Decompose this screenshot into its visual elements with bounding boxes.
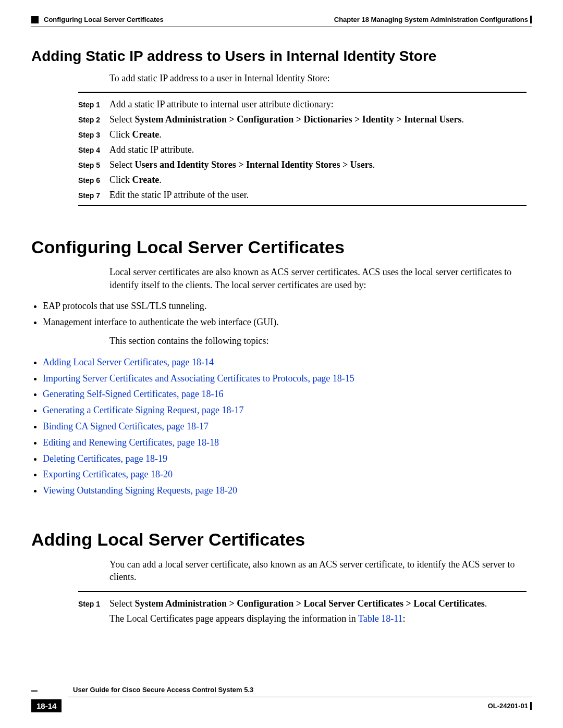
- topic-link[interactable]: Binding CA Signed Certificates, page 18-…: [43, 421, 209, 431]
- list-item: Adding Local Server Certificates, page 1…: [43, 355, 532, 370]
- list-item: Viewing Outstanding Signing Requests, pa…: [43, 483, 532, 498]
- list-item: Importing Server Certificates and Associ…: [43, 371, 532, 386]
- list-item: EAP protocols that use SSL/TLS tunneling…: [43, 299, 532, 314]
- page-header: Configuring Local Server Certificates Ch…: [31, 16, 532, 23]
- step-label: Step 7: [78, 191, 109, 200]
- step-text: Select System Administration > Configura…: [109, 114, 527, 125]
- page-number-badge: 18-14: [31, 699, 62, 712]
- heading-add-static-ip: Adding Static IP address to Users in Int…: [31, 48, 532, 65]
- heading-add-local-cert: Adding Local Server Certificates: [31, 529, 532, 550]
- para-config-intro: Local server certificates are also known…: [109, 266, 532, 291]
- step-row: Step 5 Select Users and Identity Stores …: [78, 159, 527, 170]
- step-text: Select System Administration > Configura…: [109, 598, 527, 609]
- step-label: Step 1: [78, 600, 109, 608]
- topic-link[interactable]: Editing and Renewing Certificates, page …: [43, 437, 219, 448]
- uses-list: EAP protocols that use SSL/TLS tunneling…: [31, 299, 532, 330]
- step-row: Step 4 Add static IP attribute.: [78, 144, 527, 155]
- header-square-icon: [31, 16, 39, 23]
- page-footer: User Guide for Cisco Secure Access Contr…: [31, 686, 532, 712]
- step-row: The Local Certificates page appears disp…: [78, 613, 527, 624]
- list-item: Exporting Certificates, page 18-20: [43, 467, 532, 482]
- step-label: Step 1: [78, 101, 109, 109]
- step-row: Step 7 Edit the static IP attribute of t…: [78, 190, 527, 201]
- list-item: Editing and Renewing Certificates, page …: [43, 435, 532, 450]
- heading-config-local-cert: Configuring Local Server Certificates: [31, 237, 532, 257]
- step-row: Step 1 Add a static IP attribute to inte…: [78, 99, 527, 110]
- para-topics-intro: This section contains the following topi…: [109, 335, 532, 347]
- list-item: Generating Self-Signed Certificates, pag…: [43, 387, 532, 402]
- step-row: Step 1 Select System Administration > Co…: [78, 598, 527, 609]
- para-add-local-intro: You can add a local server certificate, …: [109, 558, 532, 584]
- step-text: Add a static IP attribute to internal us…: [109, 99, 527, 110]
- step-text: Select Users and Identity Stores > Inter…: [109, 159, 527, 170]
- topic-link[interactable]: Adding Local Server Certificates, page 1…: [43, 357, 214, 367]
- topic-link[interactable]: Viewing Outstanding Signing Requests, pa…: [43, 485, 237, 496]
- list-item: Management interface to authenticate the…: [43, 315, 532, 330]
- footer-doc-id: OL-24201-01: [488, 702, 532, 710]
- intro-add-static-ip: To add static IP address to a user in In…: [109, 72, 532, 84]
- step-label: Step 2: [78, 116, 109, 124]
- list-item: Generating a Certificate Signing Request…: [43, 403, 532, 418]
- list-item: Binding CA Signed Certificates, page 18-…: [43, 419, 532, 434]
- header-rule: [31, 27, 532, 27]
- step-text: Click Create.: [109, 129, 527, 140]
- header-section-title: Configuring Local Server Certificates: [44, 16, 164, 23]
- list-item: Deleting Certificates, page 18-19: [43, 451, 532, 466]
- step-label: Step 4: [78, 146, 109, 154]
- step-row: Step 3 Click Create.: [78, 129, 527, 140]
- step-text: Edit the static IP attribute of the user…: [109, 190, 527, 201]
- steps-bottom-rule: [78, 205, 527, 206]
- steps-block-2: Step 1 Select System Administration > Co…: [78, 591, 527, 624]
- step-row: Step 2 Select System Administration > Co…: [78, 114, 527, 125]
- footer-guide-title: User Guide for Cisco Secure Access Contr…: [73, 686, 532, 694]
- step-label: Step 5: [78, 161, 109, 169]
- topic-link[interactable]: Exporting Certificates, page 18-20: [43, 469, 173, 479]
- step-text: Add static IP attribute.: [109, 144, 527, 155]
- step-text: The Local Certificates page appears disp…: [109, 613, 527, 624]
- steps-top-rule: [78, 92, 527, 93]
- steps-block-1: Step 1 Add a static IP attribute to inte…: [78, 92, 527, 206]
- topic-link[interactable]: Generating a Certificate Signing Request…: [43, 405, 243, 415]
- steps-top-rule-2: [78, 591, 527, 592]
- topic-link[interactable]: Deleting Certificates, page 18-19: [43, 453, 167, 464]
- topics-list: Adding Local Server Certificates, page 1…: [31, 355, 532, 498]
- step-text: Click Create.: [109, 175, 527, 186]
- table-xref[interactable]: Table 18-11: [358, 613, 403, 624]
- topic-link[interactable]: Generating Self-Signed Certificates, pag…: [43, 389, 223, 399]
- header-chapter-title: Chapter 18 Managing System Administratio…: [334, 16, 532, 23]
- topic-link[interactable]: Importing Server Certificates and Associ…: [43, 373, 354, 384]
- step-label: Step 6: [78, 176, 109, 184]
- step-label: Step 3: [78, 131, 109, 139]
- footer-rule: [68, 697, 532, 697]
- step-row: Step 6 Click Create.: [78, 175, 527, 186]
